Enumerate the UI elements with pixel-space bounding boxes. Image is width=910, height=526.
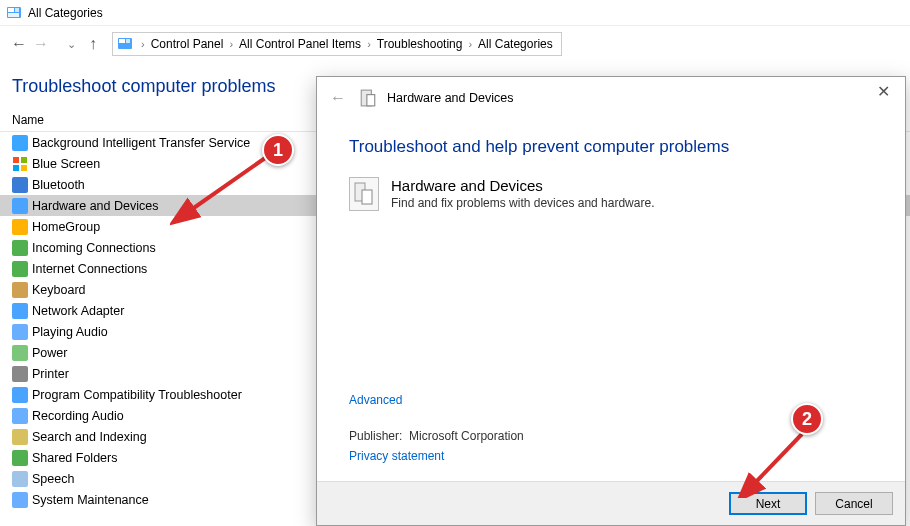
- internet-connections-icon: [12, 261, 28, 277]
- publisher-label: Publisher: Microsoft Corporation: [349, 429, 524, 443]
- wizard-header-title: Hardware and Devices: [387, 91, 513, 105]
- blue-screen-icon: [12, 156, 28, 172]
- wizard-block-title: Hardware and Devices: [391, 177, 654, 194]
- chevron-right-icon[interactable]: ›: [139, 38, 147, 50]
- playing-audio-icon: [12, 324, 28, 340]
- power-icon: [12, 345, 28, 361]
- shared-folders-icon: [12, 450, 28, 466]
- wizard-heading: Troubleshoot and help prevent computer p…: [349, 137, 873, 157]
- nav-forward-button[interactable]: →: [30, 33, 52, 55]
- nav-up-button[interactable]: ↑: [82, 33, 104, 55]
- list-item-label: Program Compatibility Troubleshooter: [32, 388, 242, 402]
- window-titlebar: All Categories: [0, 0, 910, 26]
- list-item-label: Internet Connections: [32, 262, 147, 276]
- troubleshooter-wizard: ✕ ← Hardware and Devices Troubleshoot an…: [316, 76, 906, 526]
- list-item-label: Playing Audio: [32, 325, 108, 339]
- wizard-header: ← Hardware and Devices: [317, 77, 905, 117]
- annotation-badge-2: 2: [791, 403, 823, 435]
- nav-back-button[interactable]: ←: [8, 33, 30, 55]
- svg-rect-10: [21, 165, 27, 171]
- list-item-label: Hardware and Devices: [32, 199, 158, 213]
- keyboard-icon: [12, 282, 28, 298]
- svg-rect-2: [15, 8, 19, 12]
- list-item-label: Incoming Connections: [32, 241, 156, 255]
- breadcrumb[interactable]: › Control Panel › All Control Panel Item…: [112, 32, 562, 56]
- wizard-links-area: Advanced Publisher: Microsoft Corporatio…: [349, 393, 524, 471]
- list-item-label: HomeGroup: [32, 220, 100, 234]
- annotation-badge-1: 1: [262, 134, 294, 166]
- network-adapter-icon: [12, 303, 28, 319]
- advanced-link[interactable]: Advanced: [349, 393, 524, 407]
- list-item-label: Printer: [32, 367, 69, 381]
- svg-rect-9: [13, 165, 19, 171]
- list-item-label: Speech: [32, 472, 74, 486]
- list-item-label: Network Adapter: [32, 304, 124, 318]
- publisher-value: Microsoft Corporation: [409, 429, 524, 443]
- svg-rect-8: [21, 157, 27, 163]
- list-item-label: Bluetooth: [32, 178, 85, 192]
- breadcrumb-item[interactable]: Troubleshooting: [373, 37, 467, 51]
- bits-icon: [12, 135, 28, 151]
- incoming-connections-icon: [12, 240, 28, 256]
- list-item-label: Background Intelligent Transfer Service: [32, 136, 250, 150]
- breadcrumb-item[interactable]: Control Panel: [147, 37, 228, 51]
- speech-icon: [12, 471, 28, 487]
- troubleshooter-icon: [359, 89, 377, 107]
- recording-audio-icon: [12, 408, 28, 424]
- wizard-block-subtitle: Find and fix problems with devices and h…: [391, 196, 654, 210]
- window-title: All Categories: [28, 6, 103, 20]
- svg-rect-1: [8, 8, 14, 12]
- list-item-label: Blue Screen: [32, 157, 100, 171]
- homegroup-icon: [12, 219, 28, 235]
- list-item-label: System Maintenance: [32, 493, 149, 507]
- svg-rect-7: [13, 157, 19, 163]
- control-panel-icon: [117, 36, 133, 52]
- printer-icon: [12, 366, 28, 382]
- navigation-bar: ← → ⌄ ↑ › Control Panel › All Control Pa…: [0, 26, 910, 62]
- next-button[interactable]: Next: [729, 492, 807, 515]
- list-item-label: Shared Folders: [32, 451, 117, 465]
- privacy-statement-link[interactable]: Privacy statement: [349, 449, 524, 463]
- column-name[interactable]: Name: [12, 113, 44, 127]
- svg-rect-3: [8, 13, 19, 17]
- svg-rect-14: [362, 190, 372, 204]
- list-item-label: Recording Audio: [32, 409, 124, 423]
- bluetooth-icon: [12, 177, 28, 193]
- chevron-right-icon[interactable]: ›: [227, 38, 235, 50]
- list-item-label: Keyboard: [32, 283, 86, 297]
- list-item-label: Power: [32, 346, 67, 360]
- svg-rect-6: [126, 39, 130, 43]
- wizard-footer: Next Cancel: [317, 481, 905, 525]
- svg-rect-12: [367, 95, 375, 106]
- cancel-button[interactable]: Cancel: [815, 492, 893, 515]
- search-indexing-icon: [12, 429, 28, 445]
- control-panel-icon: [6, 5, 22, 21]
- program-compat-icon: [12, 387, 28, 403]
- chevron-right-icon[interactable]: ›: [466, 38, 474, 50]
- chevron-right-icon[interactable]: ›: [365, 38, 373, 50]
- breadcrumb-item[interactable]: All Control Panel Items: [235, 37, 365, 51]
- wizard-back-button[interactable]: ←: [327, 87, 349, 109]
- breadcrumb-item[interactable]: All Categories: [474, 37, 557, 51]
- hardware-devices-icon: [12, 198, 28, 214]
- system-maintenance-icon: [12, 492, 28, 508]
- close-button[interactable]: ✕: [869, 81, 897, 101]
- hardware-devices-icon: [349, 177, 379, 211]
- list-item-label: Search and Indexing: [32, 430, 147, 444]
- svg-rect-5: [119, 39, 125, 43]
- nav-recent-dropdown[interactable]: ⌄: [60, 33, 82, 55]
